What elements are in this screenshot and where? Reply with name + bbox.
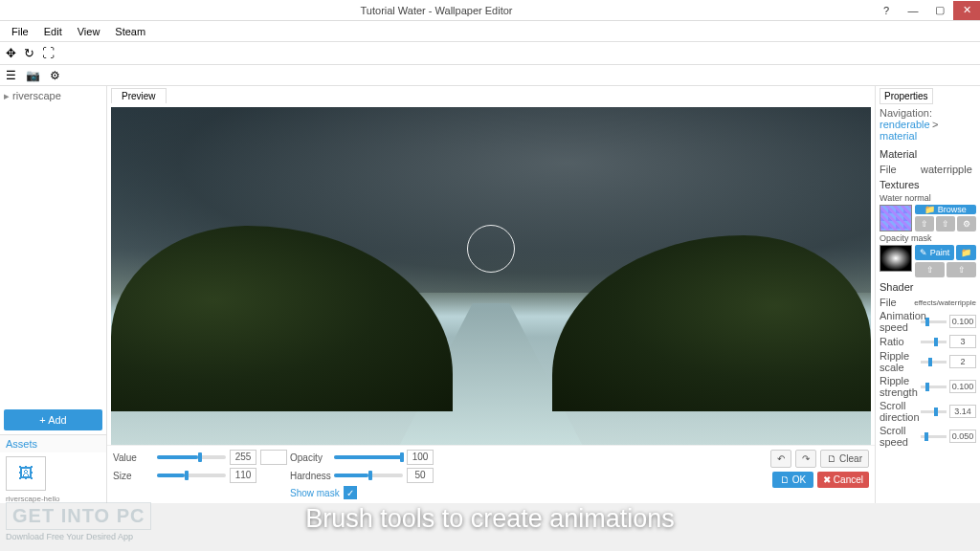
file-label: File [880,164,918,175]
opacity-input[interactable]: 100 [407,450,434,465]
value-slider[interactable] [157,455,226,459]
ripple-strength-label: Ripple strength [880,375,918,398]
tab-properties[interactable]: Properties [880,88,933,104]
tex-gear-icon[interactable]: ⚙ [957,216,976,231]
section-shader: Shader [880,279,976,295]
tex-water-normal-label: Water normal [880,193,976,203]
menu-file[interactable]: File [4,24,36,39]
tex-opacity-mask-label: Opacity mask [880,233,976,243]
section-textures: Textures [880,177,976,192]
brush-cursor [467,225,515,273]
section-material: Material [880,146,976,162]
ratio-input[interactable]: 3 [949,335,976,348]
menubar: File Edit View Steam [0,21,980,42]
file-value: waterripple [921,164,972,175]
mask-upload2-icon[interactable]: ⇧ [947,262,976,277]
scroll-dir-label: Scroll direction [880,400,918,423]
upload-icon[interactable]: ⇧ [915,216,934,231]
showmask-checkbox[interactable]: ✓ [344,486,357,499]
scroll-speed-slider[interactable] [921,435,947,438]
redo-button[interactable]: ↷ [795,450,816,468]
minimize-button[interactable]: — [900,1,926,20]
maximize-button[interactable]: ▢ [926,1,953,20]
gear-icon[interactable]: ⚙ [50,69,60,82]
ripple-scale-slider[interactable] [921,361,947,364]
texture-water-normal[interactable] [880,205,912,231]
undo-button[interactable]: ↶ [770,450,791,468]
anim-speed-slider[interactable] [921,320,947,323]
scroll-dir-input[interactable]: 3.14 [949,405,976,418]
anim-speed-label: Animation speed [880,310,918,333]
asset-thumb[interactable]: 🖼 [6,456,46,491]
hardness-label: Hardness [290,471,330,481]
left-panel: riverscape + Add Assets 🖼 riverscape-hel… [0,86,107,503]
scroll-dir-slider[interactable] [921,410,947,413]
asset-name: riverscape-hello [0,495,106,503]
scroll-speed-label: Scroll speed [880,425,918,448]
preview-canvas[interactable] [111,107,871,445]
overlay-caption: Brush tools to create animations [0,504,980,534]
value-label: Value [113,452,153,463]
mask-upload-icon[interactable]: ⇧ [915,262,945,277]
menu-view[interactable]: View [70,24,108,39]
texture-opacity-mask[interactable] [880,245,912,272]
reload-icon[interactable]: ↻ [24,46,34,60]
menu-steam[interactable]: Steam [107,24,153,39]
ripple-scale-input[interactable]: 2 [949,355,976,368]
size-input[interactable]: 110 [230,468,256,483]
opacity-slider[interactable] [334,455,403,459]
upload2-icon[interactable]: ⇧ [936,216,955,231]
breadcrumb: Navigation: renderable > material [880,104,976,144]
list-icon[interactable]: ☰ [6,69,16,82]
add-button[interactable]: + Add [4,409,102,430]
shader-file-value: effects/waterripple [914,298,976,307]
browse-button[interactable]: 📁 Browse [915,205,976,214]
value-color[interactable] [260,450,287,465]
move-icon[interactable]: ✥ [6,46,16,60]
showmask-label: Show mask [290,488,340,498]
help-button[interactable]: ? [873,1,900,20]
close-button[interactable]: ✕ [953,1,980,20]
scroll-speed-input[interactable]: 0.050 [949,430,976,443]
folder-icon[interactable]: 📁 [956,245,976,260]
window-title: Tutorial Water - Wallpaper Editor [0,5,873,16]
size-slider[interactable] [157,474,226,477]
ok-button[interactable]: 🗋 OK [772,472,813,488]
tree-item-riverscape[interactable]: riverscape [4,90,102,102]
size-label: Size [113,471,153,481]
ratio-slider[interactable] [921,341,947,343]
ripple-strength-input[interactable]: 0.100 [949,380,976,393]
ripple-strength-slider[interactable] [921,386,947,388]
shader-file-label: File [880,297,911,308]
tab-assets[interactable]: Assets [0,434,106,452]
watermark-subtitle: Download Free Your Desired App [6,532,151,541]
tab-preview[interactable]: Preview [111,88,167,103]
value-input[interactable]: 255 [230,450,256,465]
clear-button[interactable]: 🗋 Clear [820,450,869,468]
watermark: GET INTO PC Download Free Your Desired A… [6,502,151,541]
camera-icon[interactable]: 📷 [26,69,40,82]
cancel-button[interactable]: ✖ Cancel [817,472,869,488]
anim-speed-input[interactable]: 0.100 [949,315,976,328]
menu-edit[interactable]: Edit [36,24,70,39]
fullscreen-icon[interactable]: ⛶ [42,46,55,60]
nav-material[interactable]: material [880,130,917,142]
hardness-input[interactable]: 50 [407,468,434,483]
scene-tree: riverscape [0,86,106,406]
paint-button[interactable]: ✎ Paint [915,245,954,260]
watermark-title: GET INTO PC [6,502,151,530]
nav-renderable[interactable]: renderable [880,119,930,130]
toolbar-main: ✥ ↻ ⛶ [0,42,980,65]
opacity-label: Opacity [290,452,330,463]
toolbar-view: ☰ 📷 ⚙ [0,65,980,86]
ratio-label: Ratio [880,336,918,347]
brush-controls: Value 255 Size 110 Opacity 100 [107,445,875,503]
ripple-scale-label: Ripple scale [880,350,918,373]
properties-panel: Properties Navigation: renderable > mate… [875,86,980,503]
hardness-slider[interactable] [334,474,403,477]
